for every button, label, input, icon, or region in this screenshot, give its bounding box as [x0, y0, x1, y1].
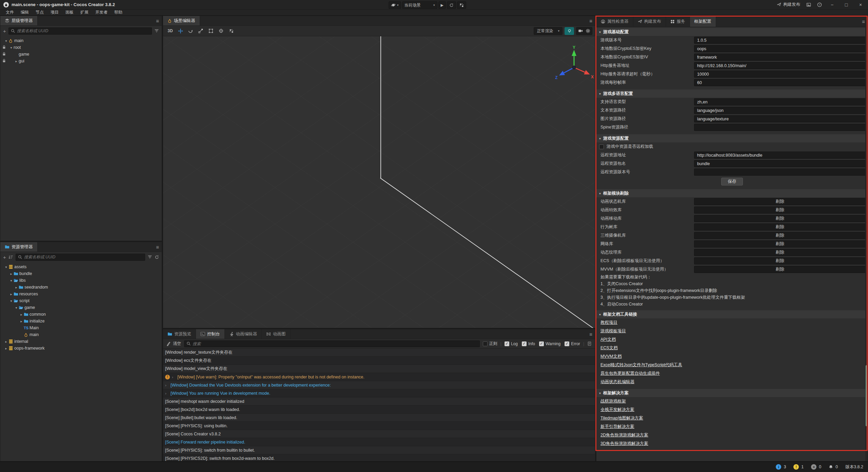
config-field-input[interactable]	[694, 160, 866, 167]
tree-node-libs[interactable]: ▾libs	[0, 277, 162, 284]
scene-viewport[interactable]: Y X Z	[163, 36, 595, 328]
inspector-panel-menu-icon[interactable]: ≡	[862, 16, 865, 27]
log-row[interactable]: [Scene] [PHYSICS]: switch from builtin t…	[163, 446, 595, 454]
tab-动画图[interactable]: 动画图	[262, 329, 291, 339]
log-expand-arrow[interactable]: ›	[165, 383, 169, 387]
config-section-header[interactable]: ▾框架文档工具链接	[596, 310, 868, 318]
log-row[interactable]: [Scene] [box2d]:box2d wasm lib loaded.	[163, 406, 595, 414]
log-expand-arrow[interactable]: ›	[165, 391, 169, 395]
add-asset-button[interactable]: +	[3, 255, 6, 260]
log-row[interactable]: [Scene] Cocos Creator v3.8.2	[163, 430, 595, 438]
doc-link[interactable]: Tiledmap地图解决方案	[596, 414, 868, 422]
tree-expand-arrow[interactable]: ▾	[9, 279, 14, 282]
rect-tool-button[interactable]	[206, 27, 215, 35]
hierarchy-panel-menu-icon[interactable]: ≡	[156, 16, 159, 25]
log-row[interactable]: [Scene] [PHYSICS2D]: switch from box2d-w…	[163, 454, 595, 461]
config-field-input[interactable]	[694, 169, 866, 176]
hierarchy-filter-icon[interactable]	[154, 28, 159, 33]
doc-link[interactable]: ECS文档	[596, 344, 868, 352]
tree-expand-arrow[interactable]: ▾	[14, 306, 19, 310]
move-tool-button[interactable]	[176, 27, 185, 35]
tree-expand-arrow[interactable]: ▾	[4, 39, 8, 43]
tab-框架配置[interactable]: 框架配置	[690, 16, 716, 27]
doc-link[interactable]: 战棋游戏框架	[596, 397, 868, 406]
scene-panel-menu-icon[interactable]: ≡	[589, 16, 592, 25]
tree-node-internal[interactable]: ▸internal	[0, 338, 162, 345]
menu-item-6[interactable]: 开发者	[92, 9, 111, 15]
remote-load-checkbox[interactable]: 游戏中资源是否远程加载	[596, 142, 868, 151]
log-row[interactable]: [Scene] [PHYSICS]: using builtin.	[163, 422, 595, 430]
log-row[interactable]: !›[Window] [Vue warn]: Property "onInput…	[163, 373, 595, 381]
doc-link[interactable]: 游戏模板项目	[596, 327, 868, 335]
help-icon[interactable]: ?	[817, 2, 822, 7]
grid-snap-button[interactable]	[227, 27, 236, 35]
view-axis-gizmo[interactable]: Y X Z	[554, 46, 594, 86]
tree-node-resources[interactable]: ▸resources	[0, 291, 162, 297]
config-section-header[interactable]: ▾游戏基础配置	[596, 28, 868, 36]
scene-gear-icon[interactable]	[586, 28, 590, 33]
tree-node-root[interactable]: ▾root	[0, 44, 162, 51]
maximize-button[interactable]: □	[842, 2, 850, 7]
menu-item-3[interactable]: 项目	[47, 9, 62, 15]
log-row[interactable]: [Scene] Forward render pipeline initiali…	[163, 438, 595, 446]
hierarchy-search-input[interactable]	[17, 28, 150, 33]
tab-scene-editor[interactable]: 场景编辑器	[163, 16, 200, 25]
doc-link[interactable]: API文档	[596, 335, 868, 344]
assets-search[interactable]	[16, 254, 145, 261]
config-field-input[interactable]	[694, 62, 866, 69]
menu-item-5[interactable]: 扩展	[77, 9, 92, 15]
tab-assets[interactable]: 资源管理器	[0, 242, 38, 252]
hierarchy-search[interactable]	[8, 27, 152, 35]
config-field-input[interactable]	[694, 152, 866, 159]
image-tool-icon[interactable]	[806, 2, 811, 7]
add-node-button[interactable]: +	[3, 28, 6, 34]
tree-expand-arrow[interactable]: ▾	[9, 299, 14, 303]
config-field-input[interactable]	[694, 54, 866, 61]
menu-item-0[interactable]: 文件	[3, 9, 17, 15]
doc-link[interactable]: MVVM文档	[596, 352, 868, 361]
close-button[interactable]: ×	[856, 2, 865, 7]
scene-select-dropdown[interactable]: 当前场景▾	[402, 1, 437, 9]
tree-node-main[interactable]: ▾main	[0, 37, 162, 44]
config-section-header[interactable]: ▾框架解决方案	[596, 389, 868, 397]
minimize-button[interactable]: −	[828, 2, 836, 7]
remove-module-button[interactable]: 剔除	[694, 249, 866, 256]
config-field-input[interactable]	[694, 71, 866, 78]
remove-module-button[interactable]: 剔除	[694, 223, 866, 231]
lighting-toggle[interactable]	[565, 27, 574, 35]
tab-hierarchy[interactable]: 层级管理器	[0, 16, 38, 25]
tree-expand-arrow[interactable]: ▸	[14, 59, 19, 63]
tree-expand-arrow[interactable]: ▾	[9, 46, 14, 50]
inspector-scrollbar-thumb[interactable]	[866, 365, 867, 426]
device-select-button[interactable]: ▾	[389, 1, 401, 9]
remove-module-button[interactable]: 剔除	[694, 266, 866, 273]
tab-构建发布[interactable]: 构建发布	[633, 16, 666, 27]
tree-node-gui[interactable]: ▸gui	[0, 58, 162, 64]
log-row[interactable]: [Window] render_texture文件夹存在	[163, 349, 595, 357]
log-expand-arrow[interactable]: ›	[172, 375, 175, 379]
clear-console-button[interactable]: 清空	[166, 341, 181, 347]
tree-expand-arrow[interactable]: ▸	[19, 319, 24, 323]
assets-panel-menu-icon[interactable]: ≡	[156, 242, 159, 252]
doc-link[interactable]: 教程项目	[596, 318, 868, 327]
filter-warning-checkbox[interactable]: ✓Warning	[539, 341, 560, 346]
tree-node-bundle[interactable]: ▸bundle	[0, 270, 162, 277]
doc-link[interactable]: Excel格式转Json文件与TypeScript代码工具	[596, 361, 868, 369]
config-field-input[interactable]	[694, 45, 866, 52]
scale-tool-button[interactable]	[196, 27, 205, 35]
config-field-input[interactable]	[694, 37, 866, 44]
tree-node-main[interactable]: main	[0, 331, 162, 338]
step-button[interactable]	[457, 1, 466, 9]
warning-count-icon[interactable]: !	[793, 464, 799, 470]
info-count-icon[interactable]: i	[776, 464, 781, 470]
regex-checkbox[interactable]: 正则	[483, 341, 497, 347]
tree-expand-arrow[interactable]: ▾	[4, 265, 8, 269]
config-section-header[interactable]: ▾框架模块剔除	[596, 189, 868, 197]
config-section-header[interactable]: ▾游戏多语言配置	[596, 90, 868, 98]
play-button[interactable]: ▶	[438, 1, 446, 9]
log-row[interactable]: [Window] model_view文件夹存在	[163, 365, 595, 373]
log-row[interactable]: ›[Window] You are running Vue in develop…	[163, 389, 595, 397]
tree-node-oops-framework[interactable]: ▸oops-framework	[0, 345, 162, 352]
tree-node-game[interactable]: game	[0, 51, 162, 58]
log-row[interactable]: [Window] ecs文件夹存在	[163, 357, 595, 365]
